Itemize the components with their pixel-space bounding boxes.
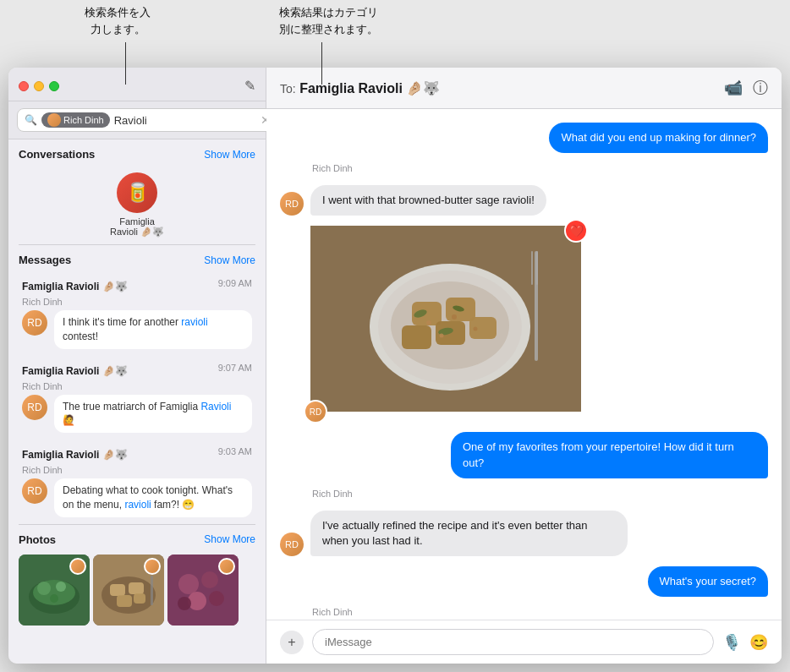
messages-area: What did you end up making for dinner? R… — [266, 109, 782, 620]
video-call-icon[interactable]: 📹 — [724, 79, 743, 97]
emoji-icon[interactable]: 😊 — [749, 633, 768, 652]
message-bubble: I think it's time for another ravioli co… — [54, 310, 252, 349]
title-bar: ✎ — [8, 68, 266, 101]
message-sender: Famiglia Ravioli 🤌🏼🐺 — [22, 449, 128, 461]
message-sender: Famiglia Ravioli 🤌🏼🐺 — [22, 281, 128, 292]
message-time: 9:07 AM — [218, 363, 252, 373]
compose-icon[interactable]: ✎ — [244, 78, 255, 94]
highlight-ravioli: Ravioli — [200, 401, 231, 412]
contact-chip: Rich Dinh — [41, 112, 110, 128]
close-button[interactable] — [19, 81, 29, 91]
chat-avatar: RD — [280, 533, 304, 556]
highlight-ravioli: ravioli — [124, 499, 151, 511]
sidebar: ✎ 🔍 Rich Dinh ✕ Conversations Show More — [8, 68, 266, 664]
svg-rect-10 — [117, 595, 132, 607]
photo-thumb-3[interactable] — [167, 555, 239, 626]
msg-row-incoming: RD I went with that browned-butter sage … — [280, 185, 768, 216]
search-input[interactable] — [114, 114, 256, 127]
contact-chip-name: Rich Dinh — [63, 115, 104, 125]
message-item-header: Famiglia Ravioli 🤌🏼🐺 Rich Dinh 9:03 AM — [22, 446, 252, 477]
contact-chip-avatar — [47, 113, 61, 127]
photo-avatar-overlay — [144, 558, 161, 575]
search-magnifier-icon: 🔍 — [25, 114, 37, 126]
info-icon[interactable]: ⓘ — [753, 78, 768, 98]
photos-grid — [8, 551, 266, 629]
messages-header: Messages Show More — [8, 245, 266, 271]
msg-avatar: RD — [22, 310, 47, 336]
sender-label: Rich Dinh — [312, 489, 768, 499]
chat-header: To: Famiglia Ravioli 🤌🏼🐺 📹 ⓘ — [266, 68, 782, 109]
chat-panel: To: Famiglia Ravioli 🤌🏼🐺 📹 ⓘ What did yo… — [266, 68, 782, 664]
conv-avatar: 🥫 — [117, 172, 157, 213]
conv-name: FamigliaRavioli 🤌🏼🐺 — [110, 216, 164, 238]
app-window: ✎ 🔍 Rich Dinh ✕ Conversations Show More — [8, 68, 782, 664]
search-input-container[interactable]: 🔍 Rich Dinh ✕ — [17, 108, 278, 132]
chat-bubble-outgoing: What's your secret? — [648, 566, 768, 597]
photo-sender-avatar: RD — [304, 400, 327, 423]
conversations-show-more[interactable]: Show More — [204, 149, 255, 161]
add-button[interactable]: + — [280, 631, 304, 654]
message-bubble: Debating what to cook tonight. What's on… — [54, 478, 252, 517]
msg-row-outgoing: One of my favorites from your repertoire… — [280, 432, 768, 478]
svg-point-4 — [56, 582, 66, 592]
chat-input-area: + 🎙️ 😊 — [266, 620, 782, 664]
svg-rect-9 — [129, 582, 144, 594]
svg-point-17 — [209, 591, 224, 606]
svg-rect-12 — [151, 576, 153, 605]
chat-bubble-incoming: I went with that browned-butter sage rav… — [310, 185, 546, 216]
sender-label: Rich Dinh — [312, 607, 768, 617]
svg-point-18 — [178, 597, 191, 610]
messages-title: Messages — [19, 254, 71, 266]
message-preview: RD The true matriarch of Famiglia Raviol… — [22, 395, 252, 434]
heart-reaction: ❤️ — [564, 219, 588, 243]
maximize-button[interactable] — [49, 81, 59, 91]
chat-bubble-outgoing: One of my favorites from your repertoire… — [451, 432, 768, 478]
highlight-ravioli: ravioli — [181, 316, 207, 328]
messages-show-more[interactable]: Show More — [204, 254, 255, 266]
sender-label: Rich Dinh — [312, 163, 768, 173]
message-item-header: Famiglia Ravioli 🤌🏼🐺 Rich Dinh 9:07 AM — [22, 363, 252, 393]
message-item[interactable]: Famiglia Ravioli 🤌🏼🐺 Rich Dinh 9:07 AM R… — [12, 356, 262, 440]
photos-show-more[interactable]: Show More — [204, 533, 255, 545]
msg-row-outgoing: What's your secret? — [280, 566, 768, 597]
svg-point-15 — [201, 571, 218, 588]
annotation-left: 検索条件を入 力します。 — [85, 4, 151, 37]
chat-contact: Famiglia Ravioli 🤌🏼🐺 — [299, 81, 440, 96]
svg-point-14 — [178, 574, 199, 594]
photo-avatar-overlay — [218, 558, 235, 575]
photos-header: Photos Show More — [8, 525, 266, 551]
photo-message — [310, 226, 581, 412]
chat-to-label: To: — [280, 82, 296, 96]
photo-thumb-2[interactable] — [93, 555, 164, 626]
message-bubble: The true matriarch of Famiglia Ravioli 🙋 — [54, 395, 252, 434]
photo-thumb-1[interactable] — [19, 555, 90, 626]
message-sub-sender: Rich Dinh — [22, 465, 63, 475]
message-sub-sender: Rich Dinh — [22, 381, 63, 391]
msg-avatar: RD — [22, 395, 47, 420]
conversations-header: Conversations Show More — [8, 139, 266, 166]
message-preview: RD I think it's time for another ravioli… — [22, 310, 252, 349]
audio-icon[interactable]: 🎙️ — [722, 633, 741, 652]
chat-bubble-incoming: I've actually refined the recipe and it'… — [310, 511, 628, 556]
search-bar: 🔍 Rich Dinh ✕ — [8, 101, 266, 139]
message-item[interactable]: Famiglia Ravioli 🤌🏼🐺 Rich Dinh 9:09 AM R… — [12, 271, 262, 356]
chat-actions: 📹 ⓘ — [724, 78, 768, 98]
svg-point-3 — [37, 582, 51, 595]
message-sender: Famiglia Ravioli 🤌🏼🐺 — [22, 365, 128, 377]
svg-rect-11 — [134, 593, 145, 604]
message-sub-sender: Rich Dinh — [22, 297, 63, 307]
minimize-button[interactable] — [34, 81, 44, 91]
message-time: 9:03 AM — [218, 446, 252, 456]
msg-row-incoming: RD I've actually refined the recipe and … — [280, 511, 768, 556]
traffic-lights — [19, 81, 59, 91]
conversation-item[interactable]: 🥫 FamigliaRavioli 🤌🏼🐺 — [8, 166, 266, 244]
svg-rect-39 — [310, 226, 581, 412]
message-input[interactable] — [312, 629, 714, 655]
annotation-right: 検索結果はカテゴリ 別に整理されます。 — [279, 4, 378, 37]
chat-header-title: To: Famiglia Ravioli 🤌🏼🐺 — [280, 80, 440, 96]
sidebar-content: Conversations Show More 🥫 FamigliaRaviol… — [8, 139, 266, 664]
msg-row-photo: ❤️ RD — [280, 226, 768, 412]
message-item[interactable]: Famiglia Ravioli 🤌🏼🐺 Rich Dinh 9:03 AM R… — [12, 440, 262, 524]
message-item-header: Famiglia Ravioli 🤌🏼🐺 Rich Dinh 9:09 AM — [22, 278, 252, 309]
msg-avatar: RD — [22, 478, 47, 504]
